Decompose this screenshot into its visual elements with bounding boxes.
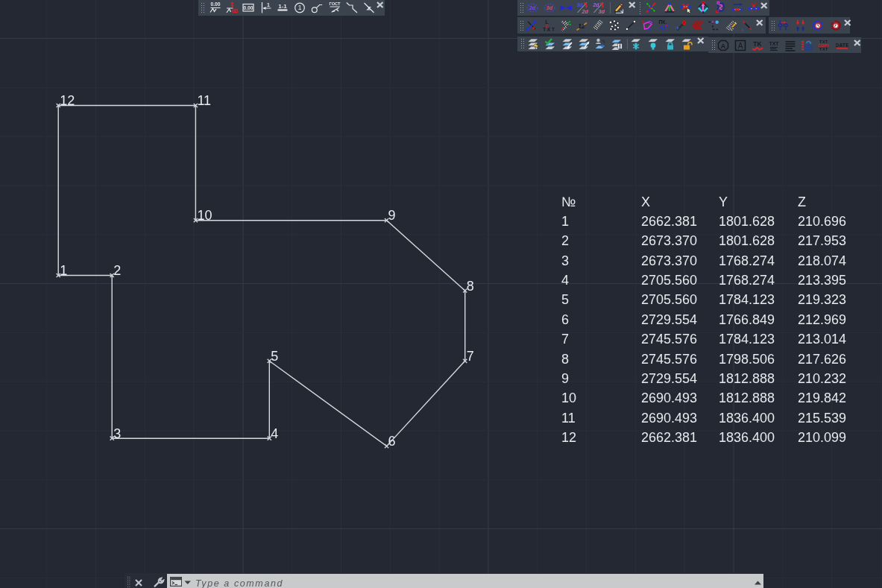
svg-text:DATE: DATE <box>836 41 848 48</box>
svg-text:2d: 2d <box>582 8 589 14</box>
svg-text:1: 1 <box>298 4 302 11</box>
svg-text:3: 3 <box>649 28 651 32</box>
svg-text:1-1: 1-1 <box>278 3 287 10</box>
svg-text:3d: 3d <box>599 8 605 14</box>
svg-text:T X T: T X T <box>543 27 555 32</box>
svg-text:L: L <box>742 28 745 32</box>
svg-text:A: A <box>738 42 743 50</box>
svg-text:1: 1 <box>642 20 644 25</box>
svg-text:TXT: TXT <box>769 40 779 45</box>
svg-text:TK: TK <box>753 40 762 48</box>
svg-text:3d: 3d <box>546 4 553 11</box>
svg-text:A: A <box>721 42 726 49</box>
svg-text:1: 1 <box>267 2 270 7</box>
svg-text:ГОСТ: ГОСТ <box>330 1 341 6</box>
svg-text:2: 2 <box>649 19 652 24</box>
svg-text:3d: 3d <box>577 2 584 7</box>
svg-text:L: L <box>546 19 549 25</box>
svg-text:0.00: 0.00 <box>210 1 220 7</box>
svg-text:TXT: TXT <box>819 47 828 51</box>
svg-text:2d: 2d <box>593 2 599 7</box>
svg-text:2d: 2d <box>529 4 536 11</box>
svg-text:0.00: 0.00 <box>243 5 253 10</box>
svg-text:ПК.: ПК. <box>659 19 667 25</box>
